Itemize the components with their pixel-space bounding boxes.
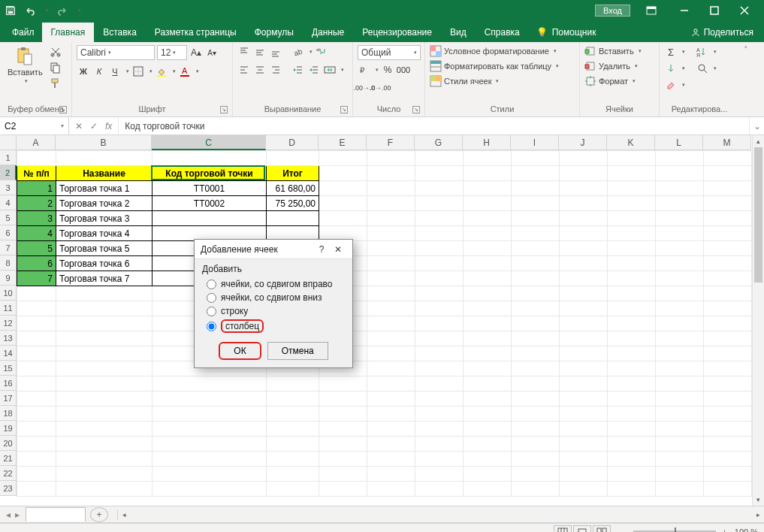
accounting-icon[interactable]: ₽ (358, 63, 371, 77)
cell[interactable] (656, 437, 704, 452)
cell[interactable] (512, 286, 560, 301)
cell[interactable] (267, 467, 319, 482)
cell[interactable] (152, 437, 267, 452)
cell[interactable] (608, 241, 656, 256)
cell[interactable] (319, 376, 367, 391)
close-icon[interactable] (729, 0, 759, 21)
cell[interactable] (367, 166, 415, 181)
scroll-down-icon[interactable]: ▾ (753, 494, 764, 506)
cell[interactable] (319, 437, 367, 452)
cell[interactable] (415, 422, 464, 437)
cell[interactable] (512, 166, 560, 181)
increase-indent-icon[interactable] (307, 63, 321, 77)
cell[interactable] (656, 271, 704, 286)
collapse-ribbon-icon[interactable]: ˄ (739, 42, 753, 116)
orientation-icon[interactable]: ab (291, 45, 305, 59)
cell[interactable] (656, 452, 704, 467)
cell[interactable]: 6 (17, 256, 56, 271)
cell[interactable] (656, 226, 704, 241)
cell[interactable] (267, 391, 319, 407)
cell[interactable] (367, 452, 415, 467)
cell[interactable] (656, 467, 704, 482)
cell[interactable] (17, 316, 56, 331)
cell[interactable] (656, 422, 704, 437)
cell[interactable] (464, 391, 512, 407)
sheet-nav-next-icon[interactable]: ▸ (15, 509, 20, 520)
page-layout-view-icon[interactable] (573, 525, 591, 533)
cell[interactable] (656, 331, 704, 346)
underline-button[interactable]: Ч (108, 65, 122, 78)
cell[interactable] (464, 226, 512, 241)
cell[interactable] (560, 482, 608, 497)
vertical-scrollbar[interactable]: ▴ ▾ (752, 135, 764, 506)
cell[interactable] (512, 196, 560, 211)
cell[interactable] (608, 181, 656, 196)
undo-icon[interactable] (24, 5, 36, 17)
align-bottom-icon[interactable] (269, 45, 282, 59)
cell[interactable] (656, 211, 704, 226)
cell[interactable]: 2 (17, 196, 56, 211)
cell[interactable] (464, 241, 512, 256)
cell[interactable] (704, 166, 752, 181)
cell[interactable] (560, 467, 608, 482)
cell[interactable] (512, 181, 560, 196)
cell[interactable] (415, 151, 464, 166)
wrap-text-icon[interactable]: ab (315, 45, 328, 59)
cell[interactable] (704, 286, 752, 301)
cell[interactable] (608, 391, 656, 407)
cell[interactable] (656, 301, 704, 316)
cell[interactable] (415, 467, 464, 482)
cell[interactable] (560, 181, 608, 196)
enter-fx-icon[interactable]: ✓ (90, 121, 98, 131)
cell[interactable] (608, 482, 656, 497)
comma-icon[interactable]: 000 (397, 63, 410, 77)
font-name-combo[interactable]: Calibri▾ (77, 45, 155, 60)
cut-icon[interactable] (49, 45, 62, 59)
cell[interactable] (512, 151, 560, 166)
cell[interactable] (367, 376, 415, 391)
cell[interactable] (464, 211, 512, 226)
cell[interactable]: 5 (17, 241, 56, 256)
cell[interactable] (17, 346, 56, 361)
cell[interactable] (512, 211, 560, 226)
row-header[interactable]: 10 (0, 286, 17, 301)
maximize-icon[interactable] (699, 0, 729, 21)
underline-dropdown[interactable]: ▾ (126, 68, 129, 74)
row-header[interactable]: 18 (0, 406, 17, 421)
percent-icon[interactable]: % (381, 63, 394, 77)
row-header[interactable]: 6 (0, 225, 17, 240)
dialog-launcher-icon[interactable]: ↘ (340, 106, 348, 113)
cell[interactable]: 4 (17, 226, 56, 241)
cell[interactable] (608, 376, 656, 391)
cell[interactable] (17, 422, 56, 437)
cell[interactable] (608, 467, 656, 482)
cell[interactable] (464, 151, 512, 166)
row-header[interactable]: 14 (0, 346, 17, 361)
cell[interactable] (319, 452, 367, 467)
cell[interactable] (704, 346, 752, 361)
cell[interactable] (464, 361, 512, 376)
column-header[interactable]: H (463, 135, 511, 150)
cell[interactable] (704, 361, 752, 376)
cell[interactable] (512, 391, 560, 407)
page-break-view-icon[interactable] (593, 525, 611, 533)
cell[interactable] (56, 331, 152, 346)
cell[interactable] (17, 452, 56, 467)
cell[interactable] (704, 467, 752, 482)
cell[interactable] (415, 346, 464, 361)
cell[interactable] (152, 391, 267, 407)
cell[interactable] (367, 226, 415, 241)
borders-icon[interactable] (131, 65, 145, 78)
cell[interactable] (319, 467, 367, 482)
borders-dropdown[interactable]: ▾ (149, 68, 152, 74)
cell[interactable] (415, 452, 464, 467)
option-entire-column[interactable]: столбец (202, 318, 345, 334)
cell[interactable]: Торговая точка 4 (56, 226, 152, 241)
cell[interactable] (367, 211, 415, 226)
cell[interactable]: Код торговой точки (152, 166, 267, 181)
cell[interactable] (704, 331, 752, 346)
cell[interactable] (512, 331, 560, 346)
row-header[interactable]: 4 (0, 195, 17, 210)
cell[interactable] (415, 437, 464, 452)
cell[interactable] (464, 181, 512, 196)
